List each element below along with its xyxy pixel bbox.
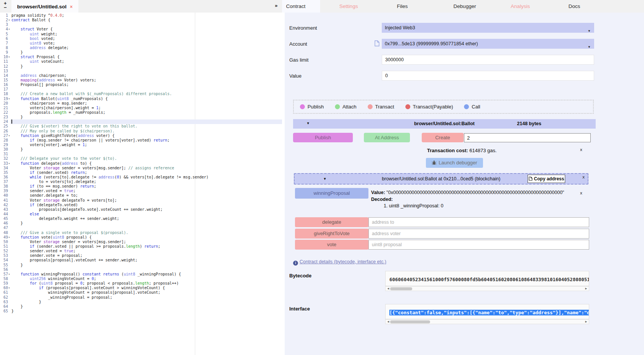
launch-debugger-button[interactable]: Launch debugger [426,158,483,168]
close-tx-icon[interactable]: x [580,147,582,152]
code-line: pragma solidity ^0.4.0; [10,13,282,18]
contract-header-bar[interactable]: ▼ browser/Untitled.sol:Ballot 2148 bytes [293,119,596,129]
line-number: 38 [0,184,11,189]
code-line: proposals.length = _numProposals; [10,110,282,115]
code-line: } [10,115,282,119]
winningProposal-button[interactable]: winningProposal [295,188,368,199]
code-line: uint weight; [10,32,282,37]
giveRightToVote-button[interactable]: giveRightToVote [295,229,368,239]
tab-analysis[interactable]: Analysis [511,3,530,9]
account-select[interactable]: 0x799...5de13 (99999999.950771854 ether)… [382,39,594,49]
code-line: /// May only be called by $(chairperson)… [10,129,282,134]
code-line: address chairperson; [10,73,282,78]
code-line: proposals[delegateTo.vote].voteCount += … [10,207,282,212]
return-value-hex: "0x0000000000000000000000000000000000000… [385,190,564,195]
line-number: 40 [0,193,11,198]
line-number: 43 [0,207,11,212]
scroll-right-icon[interactable]: ► [585,320,588,324]
code-line: uint8 vote; [10,41,282,46]
code-line: voters[chairperson].weight = 1; [10,106,282,110]
copy-address-button[interactable]: Copy address [528,175,565,183]
code-line: } [10,50,282,55]
at-address-button[interactable]: At Address [364,133,410,142]
legend-item: Transact [368,104,394,110]
scrollbar-thumb[interactable] [390,287,412,290]
copy-address-label: Copy address [534,176,564,181]
deployed-instance-bar[interactable]: ▼ browser/Untitled.sol:Ballot at 0x210..… [294,173,588,185]
create-button[interactable]: Create [422,133,464,142]
vote-button[interactable]: vote [295,240,368,250]
code-line: function giveRightToVote(address voter) … [10,134,282,138]
code-line: } [10,64,282,69]
code-line: } [10,221,282,226]
copy-account-icon[interactable] [375,40,379,48]
interface-label: Interface [289,306,310,312]
vote-args-input[interactable] [368,240,589,250]
scroll-right-icon[interactable]: ► [585,287,588,291]
info-icon: i [293,261,298,266]
code-line: else [10,212,282,217]
line-number: 61 [0,290,11,295]
gas-limit-label: Gas limit [289,57,309,63]
code-line: sender.vote = proposal; [10,253,282,258]
code-line: } [10,304,282,309]
line-number: 1 [0,13,11,18]
bytecode-value[interactable]: 6060604052341561000f57600080fd5b60405160… [385,271,589,286]
publish-button[interactable]: Publish [293,133,353,142]
bug-icon [432,160,437,165]
legend-item: Attach [335,104,357,110]
line-number: 4▾ [0,27,11,32]
close-tab-icon[interactable]: × [70,4,73,10]
create-args-input[interactable] [464,133,591,142]
code-line: Proposal[] proposals; [10,83,282,87]
tab-docs[interactable]: Docs [569,3,580,9]
value-input[interactable] [382,71,594,81]
line-number: 58 [0,277,11,281]
code-line: struct Proposal { [10,55,282,59]
line-number: 54 [0,258,11,263]
panel-collapse-icon[interactable]: » [275,3,277,8]
bytecode-scrollbar[interactable]: ◄ ► [385,286,589,291]
line-number: 59 [0,281,11,286]
interface-scrollbar[interactable]: ◄ ► [385,319,589,324]
close-instance-icon[interactable]: x [582,175,585,179]
decoded-label: Decoded: [371,197,393,202]
tab-files[interactable]: Files [397,3,408,9]
remove-file-button[interactable]: − [4,5,7,10]
giveRightToVote-args-input[interactable] [368,229,589,239]
code-line: if (sender.voted || proposal >= proposal… [10,244,282,249]
scroll-left-icon[interactable]: ◄ [387,287,390,291]
code-editor[interactable]: 1 2▾3 4▾5 6 7 8 9 10▾11 12 13 14 15 16 1… [0,13,282,355]
code-editor-pane: + − browser/Untitled.sol× » 1 2▾3 4▾5 6 … [0,0,282,355]
delegate-button[interactable]: delegate [295,217,368,227]
environment-select[interactable]: Injected Web3 ▼ [382,23,594,33]
tab-settings[interactable]: Settings [340,3,358,9]
line-number: 3 [0,22,11,27]
line-number: 32 [0,156,11,161]
interface-value[interactable]: [{"constant":false,"inputs":[{"name":"to… [385,304,589,319]
line-number: 12 [0,64,11,69]
environment-value: Injected Web3 [385,25,415,30]
code-line: bool voted; [10,37,282,41]
file-tab[interactable]: browser/Untitled.sol× [11,0,78,13]
line-number: 62 [0,295,11,300]
code-line: sender.voted = true; [10,249,282,253]
scrollbar-thumb[interactable] [390,320,430,323]
panel-tab-bar: Contract Settings Files Debugger Analysi… [282,0,644,13]
close-result-icon[interactable]: x [580,191,582,195]
tab-contract[interactable]: Contract [286,3,305,9]
line-number: 6 [0,37,11,41]
line-number: 48 [0,231,11,235]
line-number: 53 [0,253,11,258]
code-line: delegateTo.weight += sender.weight; [10,217,282,221]
code-line: if (to == msg.sender) return; [10,184,282,189]
gas-limit-input[interactable] [382,55,594,65]
delegate-args-input[interactable] [368,217,589,227]
code-lines: pragma solidity ^0.4.0;contract Ballot {… [10,13,282,314]
contract-details-link[interactable]: iContract details (bytecode, interface e… [293,259,386,266]
line-number: 47 [0,226,11,230]
tab-debugger[interactable]: Debugger [453,3,476,9]
scroll-left-icon[interactable]: ◄ [387,320,390,324]
code-line: if (proposals[proposal].voteCount > winn… [10,286,282,290]
line-number: 29 [0,143,11,147]
